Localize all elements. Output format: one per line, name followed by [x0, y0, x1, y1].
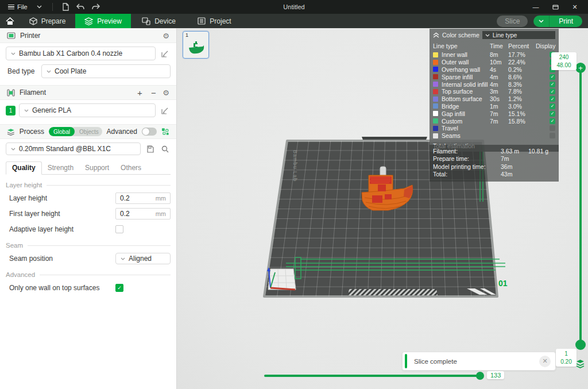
- seam-position-select[interactable]: Aligned: [115, 253, 171, 264]
- legend-row: Overhang wall4s0.2%✓: [433, 66, 555, 74]
- line-type-label: Travel: [442, 125, 489, 132]
- layer-slider-bottom-badge: 1 0.20: [556, 349, 577, 367]
- file-menu-dropdown[interactable]: [33, 4, 45, 10]
- minimize-button[interactable]: —: [528, 2, 543, 12]
- line-type-time: 8m: [490, 51, 507, 58]
- display-checkbox[interactable]: ✓: [550, 88, 555, 94]
- line-type-swatch: [433, 52, 438, 57]
- display-checkbox[interactable]: ✓: [550, 111, 555, 117]
- line-type-percent: 15.1%: [508, 110, 535, 117]
- close-button[interactable]: ✕: [567, 2, 582, 12]
- line-type-time: 7m: [490, 118, 507, 125]
- plate-thumbnail[interactable]: 1: [183, 31, 209, 59]
- tab-prepare[interactable]: Prepare: [20, 14, 75, 28]
- tab-preview-label: Preview: [97, 17, 122, 25]
- legend-row: Bottom surface30s1.2%✓: [433, 95, 555, 103]
- display-checkbox[interactable]: ✓: [550, 118, 555, 124]
- display-checkbox[interactable]: ✓: [550, 125, 555, 131]
- layer-height-field: mm: [115, 192, 171, 204]
- line-type-time: 4s: [490, 66, 507, 73]
- advanced-label: Advanced: [107, 128, 137, 136]
- line-type-percent: 0.2%: [508, 66, 535, 73]
- printer-preset-value: Bambu Lab X1 Carbon 0.4 nozzle: [19, 49, 122, 57]
- filament-settings-gear-icon[interactable]: ⚙: [163, 89, 169, 97]
- seam-position-value: Aligned: [129, 255, 152, 263]
- filament-section-header: Filament + − ⚙: [0, 85, 176, 100]
- layers-mode-icon[interactable]: [575, 359, 585, 368]
- move-slider-track[interactable]: [264, 375, 480, 377]
- color-scheme-value: Line type: [493, 32, 517, 38]
- tab-prepare-label: Prepare: [41, 17, 66, 25]
- tab-others[interactable]: Others: [115, 162, 147, 174]
- preview-layers-icon: [84, 17, 93, 25]
- tab-quality[interactable]: Quality: [6, 161, 42, 175]
- redo-icon[interactable]: [90, 2, 102, 12]
- preview-viewport[interactable]: Bambu Lab: [177, 28, 588, 389]
- layer-slider-bottom-handle[interactable]: [575, 340, 586, 350]
- filament-preset-select[interactable]: Generic PLA: [19, 103, 156, 117]
- filament-edit-icon[interactable]: [159, 105, 171, 116]
- collapse-panel-icon[interactable]: [433, 32, 439, 38]
- line-type-time: 30s: [490, 95, 507, 102]
- display-checkbox[interactable]: ✓: [550, 82, 555, 87]
- process-preset-select[interactable]: 0.20mm Standard @BBL X1C: [6, 142, 141, 155]
- legend-row: Bridge1m3.0%✓: [433, 103, 555, 110]
- adaptive-layer-height-checkbox[interactable]: ✓: [115, 225, 123, 233]
- advanced-toggle[interactable]: [142, 128, 157, 136]
- display-checkbox[interactable]: ✓: [550, 133, 555, 138]
- legend-panel: Color scheme Line type Line typeTime Per…: [430, 29, 559, 152]
- line-type-percent: 7.8%: [508, 88, 535, 95]
- total-label: Prepare time:: [433, 155, 501, 162]
- printer-preset-select[interactable]: Bambu Lab X1 Carbon 0.4 nozzle: [6, 47, 156, 60]
- process-section-title: Process: [20, 128, 44, 136]
- add-filament-button[interactable]: +: [135, 88, 144, 98]
- line-type-swatch: [433, 133, 438, 138]
- line-type-percent: 22.4%: [508, 59, 535, 66]
- save-preset-icon[interactable]: [144, 143, 156, 155]
- slice-button[interactable]: Slice: [497, 16, 528, 27]
- move-slider-handle[interactable]: [476, 372, 484, 380]
- display-checkbox[interactable]: ✓: [550, 74, 555, 80]
- tab-strength[interactable]: Strength: [42, 162, 79, 174]
- scope-global-button[interactable]: Global: [49, 127, 75, 136]
- one-wall-top-checkbox[interactable]: ✓: [115, 284, 123, 292]
- remove-filament-button[interactable]: −: [149, 88, 158, 98]
- one-wall-top-label: Only one wall on top surfaces: [9, 284, 115, 292]
- layer-height-input[interactable]: [116, 194, 146, 202]
- notification-close-button[interactable]: ✕: [539, 356, 551, 367]
- tab-preview[interactable]: Preview: [75, 14, 131, 28]
- line-type-label: Bridge: [442, 103, 489, 110]
- display-checkbox[interactable]: ✓: [550, 96, 555, 102]
- tab-project[interactable]: Project: [187, 14, 242, 28]
- color-scheme-select[interactable]: Line type: [482, 31, 555, 39]
- total-row: Prepare time:7m: [433, 155, 555, 163]
- bed-type-select[interactable]: Cool Plate: [41, 64, 171, 78]
- file-menu[interactable]: File: [5, 2, 31, 12]
- layer-slider-top-handle[interactable]: +: [575, 63, 586, 73]
- parameter-table-icon[interactable]: [161, 128, 169, 136]
- legend-row: Sparse infill4m8.6%✓: [433, 73, 555, 80]
- print-dropdown-button[interactable]: [533, 16, 550, 27]
- tab-support[interactable]: Support: [79, 162, 115, 174]
- home-icon: [6, 17, 14, 25]
- total-label: Model printing time:: [433, 163, 501, 170]
- line-type-label: Gap infill: [442, 110, 489, 117]
- first-layer-height-input[interactable]: [116, 210, 146, 218]
- line-type-percent: 17.7%: [508, 51, 535, 58]
- display-checkbox[interactable]: ✓: [550, 103, 555, 109]
- print-button[interactable]: Print: [550, 16, 582, 27]
- printer-edit-icon[interactable]: [159, 48, 171, 59]
- printer-section-header: Printer ⚙: [0, 28, 176, 43]
- undo-icon[interactable]: [75, 2, 87, 12]
- scope-objects-button[interactable]: Objects: [75, 127, 102, 136]
- tab-device[interactable]: Device: [131, 14, 187, 28]
- printer-settings-gear-icon[interactable]: ⚙: [163, 32, 169, 40]
- maximize-button[interactable]: [548, 2, 563, 12]
- search-preset-icon[interactable]: [159, 143, 171, 155]
- line-type-time: 7m: [490, 110, 507, 117]
- device-icon: [142, 17, 150, 25]
- home-button[interactable]: [0, 14, 20, 28]
- chevron-down-icon: [37, 5, 42, 9]
- new-project-icon[interactable]: [60, 2, 72, 12]
- layer-slider-track[interactable]: [579, 71, 582, 342]
